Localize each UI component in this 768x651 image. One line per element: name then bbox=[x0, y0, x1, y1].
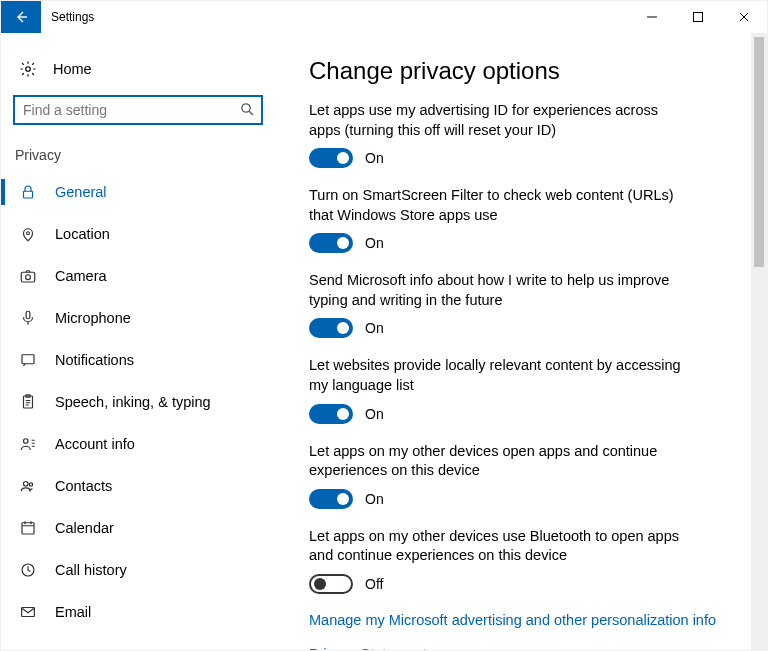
settings-window: Settings bbox=[0, 0, 768, 651]
sidebar-group-label: Privacy bbox=[1, 133, 279, 171]
toggle-language-list[interactable] bbox=[309, 404, 353, 424]
contacts-icon bbox=[19, 477, 37, 495]
toggle-state: On bbox=[365, 491, 384, 507]
main-area: Change privacy options Let apps use my a… bbox=[279, 33, 767, 650]
toggle-smartscreen[interactable] bbox=[309, 233, 353, 253]
toggle-row: On bbox=[309, 318, 743, 338]
sidebar-item-camera[interactable]: Camera bbox=[1, 255, 279, 297]
maximize-button[interactable] bbox=[675, 1, 721, 33]
notification-icon bbox=[19, 351, 37, 369]
calendar-icon bbox=[19, 519, 37, 537]
lock-icon bbox=[19, 183, 37, 201]
clipboard-icon bbox=[19, 393, 37, 411]
svg-point-4 bbox=[27, 232, 30, 235]
link-privacy-statement[interactable]: Privacy Statement bbox=[309, 646, 743, 650]
svg-rect-14 bbox=[22, 523, 34, 534]
option-desc: Turn on SmartScreen Filter to check web … bbox=[309, 186, 689, 225]
option-desc: Let websites provide locally relevant co… bbox=[309, 356, 689, 395]
scrollbar-thumb[interactable] bbox=[754, 37, 764, 267]
toggle-state: On bbox=[365, 406, 384, 422]
sidebar-item-label: Calendar bbox=[55, 520, 114, 536]
sidebar-item-account[interactable]: Account info bbox=[1, 423, 279, 465]
sidebar-item-label: Notifications bbox=[55, 352, 134, 368]
sidebar-item-label: Call history bbox=[55, 562, 127, 578]
sidebar-item-calendar[interactable]: Calendar bbox=[1, 507, 279, 549]
sidebar-item-notifications[interactable]: Notifications bbox=[1, 339, 279, 381]
sidebar-item-label: Location bbox=[55, 226, 110, 242]
toggle-typing-info[interactable] bbox=[309, 318, 353, 338]
sidebar-item-speech[interactable]: Speech, inking, & typing bbox=[1, 381, 279, 423]
sidebar-item-label: Speech, inking, & typing bbox=[55, 394, 211, 410]
svg-rect-0 bbox=[694, 13, 703, 22]
maximize-icon bbox=[690, 9, 706, 25]
svg-rect-8 bbox=[22, 355, 34, 364]
toggle-state: On bbox=[365, 320, 384, 336]
sidebar-item-location[interactable]: Location bbox=[1, 213, 279, 255]
search-container bbox=[1, 89, 279, 133]
toggle-state: Off bbox=[365, 576, 383, 592]
option-bluetooth: Let apps on my other devices use Bluetoo… bbox=[309, 527, 743, 594]
sidebar: Home Privacy Genera bbox=[1, 33, 279, 650]
option-typing-info: Send Microsoft info about how I write to… bbox=[309, 271, 743, 338]
svg-rect-5 bbox=[21, 272, 35, 282]
page-title: Change privacy options bbox=[309, 57, 743, 85]
sidebar-item-label: General bbox=[55, 184, 107, 200]
window-controls bbox=[629, 1, 767, 33]
toggle-cross-device[interactable] bbox=[309, 489, 353, 509]
search-input[interactable] bbox=[13, 95, 263, 125]
content: Change privacy options Let apps use my a… bbox=[279, 33, 751, 650]
toggle-row: On bbox=[309, 148, 743, 168]
option-desc: Let apps on my other devices open apps a… bbox=[309, 442, 689, 481]
toggle-row: On bbox=[309, 404, 743, 424]
sidebar-item-label: Microphone bbox=[55, 310, 131, 326]
option-language-list: Let websites provide locally relevant co… bbox=[309, 356, 743, 423]
link-manage-advertising[interactable]: Manage my Microsoft advertising and othe… bbox=[309, 612, 743, 628]
toggle-row: On bbox=[309, 233, 743, 253]
vertical-scrollbar[interactable] bbox=[751, 33, 767, 650]
svg-point-12 bbox=[24, 482, 29, 487]
sidebar-home-label: Home bbox=[53, 61, 92, 77]
window-title: Settings bbox=[41, 1, 629, 33]
gear-icon bbox=[19, 60, 37, 78]
option-cross-device: Let apps on my other devices open apps a… bbox=[309, 442, 743, 509]
search-icon bbox=[239, 101, 255, 117]
sidebar-item-callhistory[interactable]: Call history bbox=[1, 549, 279, 591]
toggle-bluetooth[interactable] bbox=[309, 574, 353, 594]
sidebar-item-label: Account info bbox=[55, 436, 135, 452]
svg-point-2 bbox=[242, 104, 250, 112]
svg-point-6 bbox=[26, 275, 31, 280]
titlebar: Settings bbox=[1, 1, 767, 33]
sidebar-item-email[interactable]: Email bbox=[1, 591, 279, 633]
close-button[interactable] bbox=[721, 1, 767, 33]
minimize-icon bbox=[644, 9, 660, 25]
svg-rect-9 bbox=[24, 396, 33, 408]
sidebar-item-label: Email bbox=[55, 604, 91, 620]
account-icon bbox=[19, 435, 37, 453]
sidebar-item-general[interactable]: General bbox=[1, 171, 279, 213]
back-button[interactable] bbox=[1, 1, 41, 33]
sidebar-item-label: Camera bbox=[55, 268, 107, 284]
close-icon bbox=[736, 9, 752, 25]
email-icon bbox=[19, 603, 37, 621]
option-desc: Let apps on my other devices use Bluetoo… bbox=[309, 527, 689, 566]
toggle-state: On bbox=[365, 150, 384, 166]
svg-point-1 bbox=[26, 67, 31, 72]
arrow-left-icon bbox=[13, 9, 29, 25]
option-desc: Let apps use my advertising ID for exper… bbox=[309, 101, 689, 140]
sidebar-item-home[interactable]: Home bbox=[1, 49, 279, 89]
toggle-row: Off bbox=[309, 574, 743, 594]
location-icon bbox=[19, 225, 37, 243]
minimize-button[interactable] bbox=[629, 1, 675, 33]
svg-point-13 bbox=[29, 483, 32, 486]
option-desc: Send Microsoft info about how I write to… bbox=[309, 271, 689, 310]
svg-rect-3 bbox=[24, 191, 33, 198]
history-icon bbox=[19, 561, 37, 579]
sidebar-item-microphone[interactable]: Microphone bbox=[1, 297, 279, 339]
camera-icon bbox=[19, 267, 37, 285]
sidebar-item-contacts[interactable]: Contacts bbox=[1, 465, 279, 507]
sidebar-nav: General Location C bbox=[1, 171, 279, 633]
toggle-row: On bbox=[309, 489, 743, 509]
sidebar-item-label: Contacts bbox=[55, 478, 112, 494]
toggle-advertising-id[interactable] bbox=[309, 148, 353, 168]
svg-point-11 bbox=[24, 439, 29, 444]
